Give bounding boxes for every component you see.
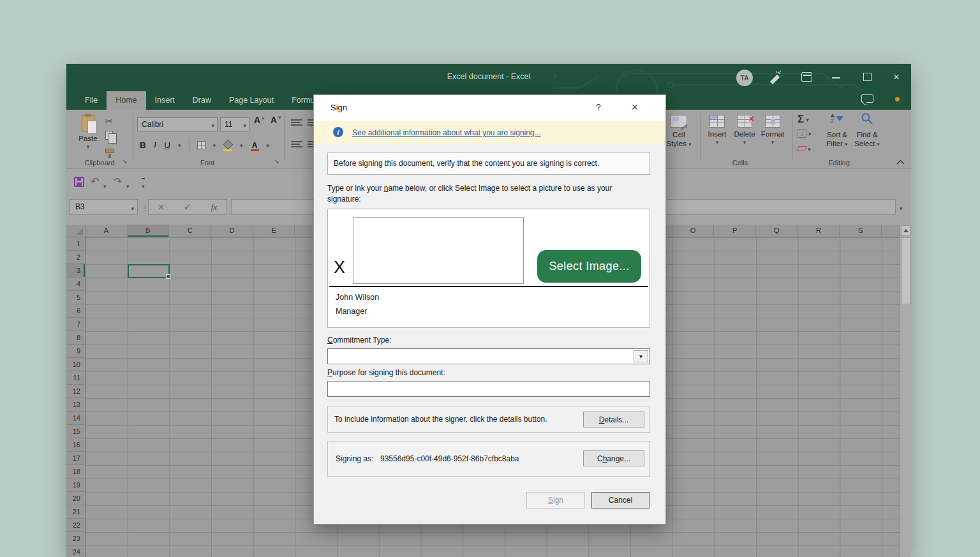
account-avatar[interactable]: TA [736,70,753,86]
column-header[interactable]: E [253,225,295,237]
sign-button[interactable]: Sign [526,492,585,509]
change-button[interactable]: Change... [583,450,644,466]
column-header[interactable]: A [85,225,128,237]
ribbon-tab[interactable]: Insert [146,91,184,110]
delete-cells-button[interactable]: × Delete [731,110,759,145]
fill-color-button[interactable] [223,141,232,149]
ribbon-tab[interactable]: Page Layout [220,91,283,110]
format-painter-button[interactable] [102,144,116,157]
clear-button[interactable] [798,143,811,154]
redo-chevron-icon[interactable] [126,179,130,191]
close-button[interactable]: × [893,70,900,85]
expand-formula-bar-icon[interactable] [900,202,903,213]
column-header[interactable]: P [714,225,756,237]
font-size-combo[interactable]: 11 [220,117,249,131]
align-top-icon[interactable] [291,119,302,126]
row-header[interactable]: 22 [66,519,85,532]
row-header[interactable]: 9 [66,345,85,358]
details-button[interactable]: Details... [583,412,644,427]
name-box[interactable]: B3 [70,199,138,215]
customize-qat-icon[interactable] [142,178,145,191]
row-header[interactable]: 24 [66,546,85,557]
insert-function-icon[interactable]: fx [211,202,217,212]
column-header[interactable]: D [211,225,253,237]
copy-button[interactable] [102,129,116,142]
row-header[interactable]: 18 [66,465,85,479]
selected-cell-b3[interactable] [128,264,170,278]
row-header[interactable]: 12 [66,385,85,398]
column-header[interactable]: B [128,225,170,237]
clipboard-dialog-launcher[interactable] [122,158,129,165]
row-header[interactable]: 11 [66,371,85,385]
redo-button[interactable] [114,175,122,188]
column-header[interactable]: C [169,225,211,237]
row-header[interactable]: 16 [66,438,85,452]
inking-pen-icon[interactable] [768,70,782,84]
increase-font-size-button[interactable]: A▲ [254,115,265,125]
vertical-scrollbar[interactable] [900,225,911,557]
fill-button[interactable]: ↓ [798,128,812,139]
confirm-entry-icon[interactable]: ✓ [183,201,191,213]
ribbon-tab[interactable]: File [76,91,107,110]
row-header[interactable]: 10 [66,358,85,371]
cut-button[interactable] [102,115,116,128]
font-dialog-launcher[interactable] [274,158,281,165]
autosum-button[interactable] [798,114,809,125]
select-all-corner[interactable] [66,225,85,237]
row-header[interactable]: 3 [66,264,85,278]
ribbon-display-options-icon[interactable] [801,72,812,82]
row-header[interactable]: 15 [66,425,85,438]
maximize-button[interactable] [863,73,872,81]
row-header[interactable]: 1 [66,237,85,251]
sort-filter-button[interactable]: AZ Sort & Filter [823,110,851,149]
row-header[interactable]: 14 [66,412,85,425]
find-select-button[interactable]: Find & Select [853,110,881,149]
align-left-icon[interactable] [291,140,302,148]
undo-chevron-icon[interactable] [103,179,107,191]
insert-cells-button[interactable]: Insert [703,110,731,145]
row-header[interactable]: 7 [66,318,85,331]
cell-styles-button[interactable]: Cell Styles [665,110,693,149]
help-button[interactable]: ? [592,102,605,112]
minimize-button[interactable] [832,77,840,78]
ribbon-tab[interactable]: Draw [184,91,220,110]
underline-button[interactable]: U [164,140,170,150]
row-header[interactable]: 8 [66,331,85,345]
paste-button[interactable]: Paste [75,114,101,156]
column-header[interactable]: T [882,225,900,237]
column-header[interactable]: S [840,225,882,237]
font-name-combo[interactable]: Calibri [137,117,218,131]
commitment-type-combo[interactable] [327,348,650,364]
combo-dropdown-button[interactable] [634,350,648,362]
row-header[interactable]: 20 [66,492,85,505]
format-cells-button[interactable]: Format [759,110,787,145]
row-header[interactable]: 2 [66,251,85,264]
scroll-up-button[interactable] [901,225,910,236]
scrollbar-thumb[interactable] [901,237,910,304]
column-header[interactable]: Q [756,225,798,237]
column-header[interactable]: O [672,225,715,237]
row-header[interactable]: 13 [66,398,85,412]
comments-icon[interactable] [861,94,873,103]
row-header[interactable]: 4 [66,278,85,291]
dialog-close-button[interactable]: × [628,101,642,114]
decrease-font-size-button[interactable]: A▼ [271,115,282,125]
column-header[interactable]: R [798,225,840,237]
borders-button[interactable] [197,141,205,149]
row-header[interactable]: 5 [66,291,85,304]
signature-ink-box[interactable] [353,217,524,284]
italic-button[interactable]: I [154,140,157,150]
undo-button[interactable] [91,175,99,188]
row-header[interactable]: 21 [66,505,85,519]
row-header[interactable]: 6 [66,304,85,318]
bold-button[interactable]: B [140,140,146,150]
save-icon[interactable] [74,177,84,187]
select-image-button[interactable]: Select Image... [537,250,641,283]
collapse-ribbon-icon[interactable] [896,160,905,165]
cancel-button[interactable]: Cancel [591,492,650,509]
row-header[interactable]: 19 [66,479,85,492]
row-header[interactable]: 23 [66,532,85,546]
cancel-entry-icon[interactable]: × [158,202,164,213]
row-header[interactable]: 17 [66,452,85,465]
font-color-button[interactable]: A [251,141,259,149]
